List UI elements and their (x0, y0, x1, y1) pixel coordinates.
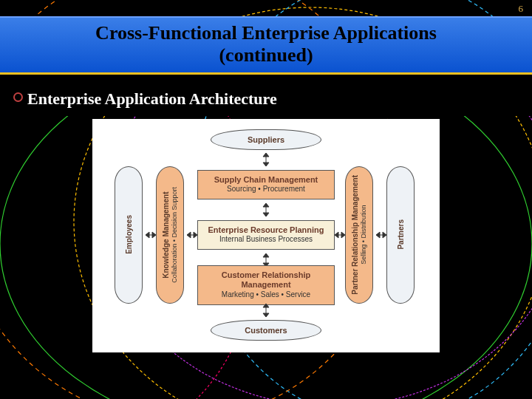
svg-marker-11 (263, 213, 269, 216)
svg-marker-7 (263, 153, 269, 157)
title-line-2: (continued) (0, 44, 532, 66)
svg-marker-22 (187, 232, 191, 238)
svg-marker-16 (263, 304, 269, 307)
partners-label: Partners (397, 219, 405, 250)
svg-marker-20 (152, 232, 156, 238)
suppliers-ellipse: Suppliers (211, 129, 321, 150)
svg-marker-25 (335, 232, 338, 238)
erp-box: Enterprise Resource Planning Internal Bu… (197, 220, 335, 250)
section-heading-row: Enterprise Application Architecture (0, 75, 532, 116)
erp-sub: Internal Business Processes (201, 235, 331, 245)
svg-marker-10 (263, 203, 269, 207)
section-heading: Enterprise Application Architecture (27, 89, 277, 108)
bullet-ring-icon (13, 92, 23, 102)
svg-marker-8 (263, 163, 269, 166)
customers-ellipse: Customers (211, 320, 321, 341)
employees-ellipse: Employees (115, 166, 143, 304)
arrow-prm-partners (376, 231, 386, 239)
arrow-km-erp (187, 231, 197, 239)
svg-marker-19 (146, 232, 149, 238)
arrow-suppliers-scm (262, 153, 270, 166)
employees-label: Employees (125, 215, 133, 254)
page-number: 6 (519, 3, 524, 15)
title-line-1: Cross-Functional Enterprise Applications (0, 22, 532, 44)
crm-title: Customer Relationship Management (201, 270, 331, 291)
km-title: Knowledge Management (162, 191, 170, 278)
crm-box: Customer Relationship Management Marketi… (197, 265, 335, 305)
scm-title: Supply Chain Management (201, 175, 331, 185)
partners-ellipse: Partners (386, 166, 415, 304)
svg-marker-29 (383, 232, 386, 238)
svg-marker-17 (263, 313, 269, 317)
crm-sub: Marketing • Sales • Service (201, 290, 331, 300)
svg-marker-13 (263, 253, 269, 257)
erp-title: Enterprise Resource Planning (201, 225, 331, 236)
arrow-erp-prm (335, 231, 345, 239)
svg-marker-28 (376, 232, 380, 238)
prm-title: Partner Relationship Management (351, 175, 359, 295)
diagram-panel: Suppliers Supply Chain Management Sourci… (92, 119, 440, 352)
svg-marker-23 (194, 232, 197, 238)
prm-ellipse: Partner Relationship Management Selling … (345, 166, 373, 304)
km-sub: Collaboration • Decision Support (171, 187, 178, 283)
svg-marker-26 (341, 232, 345, 238)
knowledge-mgmt-ellipse: Knowledge Management Collaboration • Dec… (156, 166, 184, 304)
arrow-crm-customers (262, 304, 270, 317)
architecture-diagram: Suppliers Supply Chain Management Sourci… (98, 126, 434, 344)
arrow-scm-erp (262, 203, 270, 216)
arrow-emp-km (146, 231, 156, 239)
scm-box: Supply Chain Management Sourcing • Procu… (197, 170, 335, 200)
title-bar: Cross-Functional Enterprise Applications… (0, 16, 532, 75)
scm-sub: Sourcing • Procurement (201, 185, 331, 194)
prm-sub: Selling • Distribution (360, 205, 367, 265)
